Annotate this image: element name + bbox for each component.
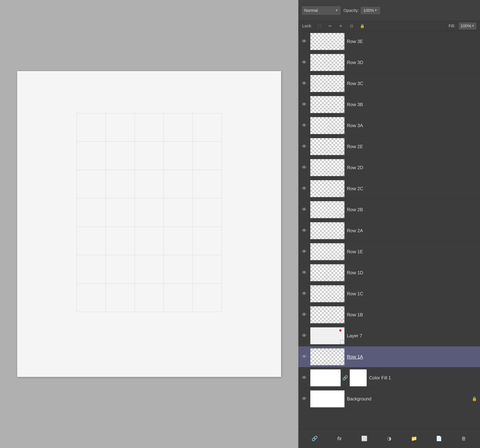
- layer-visibility-icon[interactable]: 👁: [301, 290, 308, 297]
- layer-thumb-mask: [350, 369, 367, 386]
- layer-visibility-icon[interactable]: 👁: [301, 248, 308, 255]
- layer-visibility-icon[interactable]: 👁: [301, 206, 308, 213]
- layer-visibility-icon[interactable]: 👁: [301, 164, 308, 171]
- blend-mode-chevron-icon: ▼: [335, 8, 338, 12]
- layers-bottom-toolbar: 🔗 fx ⬜ ◑ 📁 📄 🗑: [298, 429, 480, 448]
- grid-cell: [164, 142, 193, 170]
- layer-visibility-icon[interactable]: 👁: [301, 374, 308, 381]
- layer-name-label: Row 1A: [347, 354, 478, 359]
- layer-thumbnail: [310, 96, 345, 113]
- layers-toolbar: Normal ▼ Opacity: 100% ▼: [298, 0, 480, 21]
- grid-cell: [106, 113, 135, 142]
- layer-name-label: Background: [347, 396, 468, 401]
- layer-item[interactable]: 👁Row 3E: [298, 31, 480, 52]
- layer-item[interactable]: 👁Row 3C: [298, 73, 480, 94]
- lock-move-icon[interactable]: ✛: [338, 22, 344, 29]
- add-mask-button[interactable]: ⬜: [359, 434, 369, 444]
- grid-cell: [193, 170, 222, 198]
- new-layer-button[interactable]: 📄: [434, 434, 444, 444]
- layer-item[interactable]: 👁Row 1A: [298, 346, 480, 367]
- layer-item[interactable]: 👁Row 2D: [298, 157, 480, 178]
- link-layers-button[interactable]: 🔗: [310, 434, 319, 444]
- layer-thumbnail: [310, 33, 345, 50]
- grid-cell: [135, 198, 164, 227]
- new-group-button[interactable]: 📁: [409, 434, 419, 444]
- layer-thumb-badge: [340, 88, 344, 91]
- layer-thumbnail: 🔗: [310, 369, 367, 386]
- layer-thumb-inner: [310, 264, 344, 281]
- layer-item[interactable]: 👁Row 1D: [298, 262, 480, 283]
- layer-visibility-icon[interactable]: 👁: [301, 332, 308, 339]
- layer-item[interactable]: 👁Row 1B: [298, 304, 480, 325]
- layer-thumb-inner: [310, 96, 344, 113]
- layer-name-label: Row 1C: [347, 291, 478, 296]
- layer-name-label: Layer 7: [347, 333, 478, 338]
- lock-brush-icon[interactable]: ✏: [327, 22, 334, 29]
- layer-thumb-inner: [310, 54, 344, 71]
- grid-cell: [77, 170, 106, 198]
- layer-visibility-icon[interactable]: 👁: [301, 227, 308, 234]
- layer-item[interactable]: 👁Background🔒: [298, 388, 480, 409]
- grid-cell: [164, 113, 193, 142]
- grid-cell: [106, 142, 135, 170]
- layer-item[interactable]: 👁🔗Color Fill 1: [298, 367, 480, 388]
- grid-cell: [193, 283, 222, 312]
- layer-visibility-icon[interactable]: 👁: [301, 101, 308, 108]
- grid-cell: [193, 142, 222, 170]
- lock-row: Lock: ⬚ ✏ ✛ ⊡ 🔒 Fill: 100% ▼: [298, 21, 480, 31]
- layer-item[interactable]: 👁Row 3B: [298, 94, 480, 115]
- layer-item[interactable]: 👁Row 2E: [298, 136, 480, 157]
- layer-visibility-icon[interactable]: 👁: [301, 122, 308, 129]
- grid-cell: [106, 170, 135, 198]
- grid-cell: [135, 283, 164, 312]
- opacity-chevron-icon: ▼: [374, 8, 377, 12]
- layer-item[interactable]: 👁Row 3D: [298, 52, 480, 73]
- layer-visibility-icon[interactable]: 👁: [301, 59, 308, 66]
- layer-thumb-inner: [310, 75, 344, 92]
- layer-visibility-icon[interactable]: 👁: [301, 143, 308, 150]
- layer-item[interactable]: 👁Row 2A: [298, 220, 480, 241]
- blend-opacity-row: Normal ▼ Opacity: 100% ▼: [302, 6, 476, 15]
- grid-cell: [164, 283, 193, 312]
- grid-cell: [164, 255, 193, 283]
- layer-thumb-inner: [310, 180, 344, 197]
- layer-item[interactable]: 👁Row 1C: [298, 283, 480, 304]
- layer-thumbnail: [310, 327, 345, 345]
- layer-name-label: Row 3A: [347, 123, 478, 128]
- layer-thumbnail: [310, 54, 345, 71]
- lock-all-icon[interactable]: 🔒: [359, 22, 366, 29]
- grid-cell: [135, 170, 164, 198]
- layer-item[interactable]: 👁Row 2C: [298, 178, 480, 199]
- layer-item[interactable]: 👁Row 1E: [298, 241, 480, 262]
- layer-visibility-icon[interactable]: 👁: [301, 395, 308, 402]
- layer-thumbnail: [310, 222, 345, 239]
- fx-button[interactable]: fx: [334, 434, 344, 444]
- lock-artboard-icon[interactable]: ⊡: [348, 22, 355, 29]
- grid-cell: [193, 198, 222, 227]
- opacity-input[interactable]: 100% ▼: [361, 7, 380, 14]
- adjustment-layer-button[interactable]: ◑: [384, 434, 394, 444]
- blend-mode-select[interactable]: Normal ▼: [302, 6, 340, 15]
- layer-name-label: Row 3B: [347, 102, 478, 107]
- grid-cell: [106, 198, 135, 227]
- layer-thumb-inner: [310, 201, 344, 218]
- fill-input[interactable]: 100% ▼: [459, 22, 476, 29]
- lock-label: Lock:: [302, 23, 312, 28]
- lock-transparency-icon[interactable]: ⬚: [316, 22, 323, 29]
- layer-visibility-icon[interactable]: 👁: [301, 353, 308, 360]
- canvas-area: [0, 0, 298, 448]
- layer-item[interactable]: 👁Row 3A: [298, 115, 480, 136]
- layer-thumb-badge: [340, 235, 344, 239]
- grid-cell: [164, 198, 193, 227]
- layer-thumb-badge: [340, 151, 344, 155]
- layer-visibility-icon[interactable]: 👁: [301, 311, 308, 318]
- layer-visibility-icon[interactable]: 👁: [301, 38, 308, 45]
- layer-visibility-icon[interactable]: 👁: [301, 80, 308, 87]
- layer-item[interactable]: 👁Layer 7: [298, 325, 480, 346]
- layer-item[interactable]: 👁Row 2B: [298, 199, 480, 220]
- layer-visibility-icon[interactable]: 👁: [301, 269, 308, 276]
- layer-thumb-badge: [340, 361, 344, 365]
- layer-visibility-icon[interactable]: 👁: [301, 185, 308, 192]
- layer-thumbnail: [310, 264, 345, 281]
- delete-layer-button[interactable]: 🗑: [459, 434, 469, 444]
